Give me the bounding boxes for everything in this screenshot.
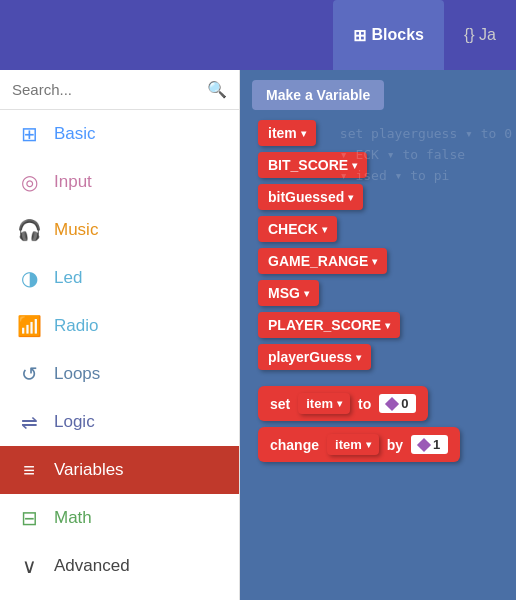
main-layout: 🔍 ⊞ Basic ◎ Input 🎧 Music ◑ Led 📶 Radio … (0, 70, 516, 600)
blocks-icon: ⊞ (353, 26, 366, 45)
var-row-gamerange: GAME_RANGE ▾ (258, 248, 504, 274)
var-row-bitguessed: bitGuessed ▾ (258, 184, 504, 210)
var-name-playerguess: playerGuess (268, 349, 352, 365)
js-tab-button[interactable]: {} Ja (444, 0, 516, 70)
change-diamond (417, 437, 431, 451)
header: ⊞ Blocks {} Ja (0, 0, 516, 70)
change-var-pill[interactable]: item ▾ (327, 434, 379, 455)
dropdown-arrow-gamerange: ▾ (372, 256, 377, 267)
blocks-area: item ▾ BIT_SCORE ▾ bitGuessed ▾ (252, 120, 504, 462)
basic-icon: ⊞ (16, 122, 42, 146)
var-row-msg: MSG ▾ (258, 280, 504, 306)
logic-icon: ⇌ (16, 410, 42, 434)
var-name-bitscore: BIT_SCORE (268, 157, 348, 173)
search-bar: 🔍 (0, 70, 239, 110)
dropdown-arrow-item: ▾ (301, 128, 306, 139)
change-value: 1 (433, 437, 440, 452)
search-icon: 🔍 (207, 80, 227, 99)
blocks-tab-button[interactable]: ⊞ Blocks (333, 0, 444, 70)
set-var-name: item (306, 396, 333, 411)
dropdown-arrow-playerscore: ▾ (385, 320, 390, 331)
var-name-check: CHECK (268, 221, 318, 237)
dropdown-arrow-msg: ▾ (304, 288, 309, 299)
dropdown-arrow-bitscore: ▾ (352, 160, 357, 171)
sidebar-item-variables[interactable]: ≡ Variables (0, 446, 239, 494)
sidebar-label-led: Led (54, 268, 82, 288)
dropdown-arrow-bitguessed: ▾ (348, 192, 353, 203)
change-block[interactable]: change item ▾ by 1 (258, 427, 460, 462)
var-row-item: item ▾ (258, 120, 504, 146)
sidebar-label-input: Input (54, 172, 92, 192)
advanced-icon: ∨ (16, 554, 42, 578)
set-block[interactable]: set item ▾ to 0 (258, 386, 428, 421)
sidebar-item-led[interactable]: ◑ Led (0, 254, 239, 302)
dropdown-arrow-playerguess: ▾ (356, 352, 361, 363)
sidebar-item-loops[interactable]: ↺ Loops (0, 350, 239, 398)
set-keyword: set (270, 396, 290, 412)
var-pill-check[interactable]: CHECK ▾ (258, 216, 337, 242)
led-icon: ◑ (16, 266, 42, 290)
var-name-item: item (268, 125, 297, 141)
input-icon: ◎ (16, 170, 42, 194)
sidebar-label-radio: Radio (54, 316, 98, 336)
dropdown-arrow-check: ▾ (322, 224, 327, 235)
change-dropdown-arrow: ▾ (366, 439, 371, 450)
var-name-msg: MSG (268, 285, 300, 301)
var-name-playerscore: PLAYER_SCORE (268, 317, 381, 333)
sidebar-label-music: Music (54, 220, 98, 240)
make-variable-button[interactable]: Make a Variable (252, 80, 384, 110)
make-variable-label: Make a Variable (266, 87, 370, 103)
var-name-bitguessed: bitGuessed (268, 189, 344, 205)
change-keyword: change (270, 437, 319, 453)
set-var-pill[interactable]: item ▾ (298, 393, 350, 414)
set-value: 0 (401, 396, 408, 411)
sidebar-label-loops: Loops (54, 364, 100, 384)
change-by-label: by (387, 437, 403, 453)
var-row-bitscore: BIT_SCORE ▾ (258, 152, 504, 178)
var-row-check: CHECK ▾ (258, 216, 504, 242)
sidebar-label-basic: Basic (54, 124, 96, 144)
sidebar-item-logic[interactable]: ⇌ Logic (0, 398, 239, 446)
blocks-tab-label: Blocks (372, 26, 424, 44)
sidebar-label-advanced: Advanced (54, 556, 130, 576)
var-pill-bitscore[interactable]: BIT_SCORE ▾ (258, 152, 367, 178)
sidebar-item-radio[interactable]: 📶 Radio (0, 302, 239, 350)
set-value-box: 0 (379, 394, 416, 413)
set-diamond (385, 396, 399, 410)
var-row-playerscore: PLAYER_SCORE ▾ (258, 312, 504, 338)
var-name-gamerange: GAME_RANGE (268, 253, 368, 269)
sidebar-label-variables: Variables (54, 460, 124, 480)
change-var-name: item (335, 437, 362, 452)
var-pill-msg[interactable]: MSG ▾ (258, 280, 319, 306)
sidebar-item-basic[interactable]: ⊞ Basic (0, 110, 239, 158)
sidebar-item-input[interactable]: ◎ Input (0, 158, 239, 206)
music-icon: 🎧 (16, 218, 42, 242)
var-pill-item[interactable]: item ▾ (258, 120, 316, 146)
sidebar-item-music[interactable]: 🎧 Music (0, 206, 239, 254)
var-row-playerguess: playerGuess ▾ (258, 344, 504, 370)
sidebar-item-math[interactable]: ⊟ Math (0, 494, 239, 542)
var-pill-bitguessed[interactable]: bitGuessed ▾ (258, 184, 363, 210)
loops-icon: ↺ (16, 362, 42, 386)
variables-icon: ≡ (16, 459, 42, 482)
radio-icon: 📶 (16, 314, 42, 338)
set-to-label: to (358, 396, 371, 412)
set-dropdown-arrow: ▾ (337, 398, 342, 409)
search-input[interactable] (12, 81, 207, 98)
math-icon: ⊟ (16, 506, 42, 530)
sidebar-label-logic: Logic (54, 412, 95, 432)
var-pill-playerscore[interactable]: PLAYER_SCORE ▾ (258, 312, 400, 338)
var-pill-playerguess[interactable]: playerGuess ▾ (258, 344, 371, 370)
js-tab-label: {} Ja (464, 26, 496, 43)
right-panel: set playerguess ▾ to 0 ▾ ECK ▾ to false … (240, 70, 516, 600)
sidebar: 🔍 ⊞ Basic ◎ Input 🎧 Music ◑ Led 📶 Radio … (0, 70, 240, 600)
var-pill-gamerange[interactable]: GAME_RANGE ▾ (258, 248, 387, 274)
change-value-box: 1 (411, 435, 448, 454)
sidebar-label-math: Math (54, 508, 92, 528)
sidebar-item-advanced[interactable]: ∨ Advanced (0, 542, 239, 590)
